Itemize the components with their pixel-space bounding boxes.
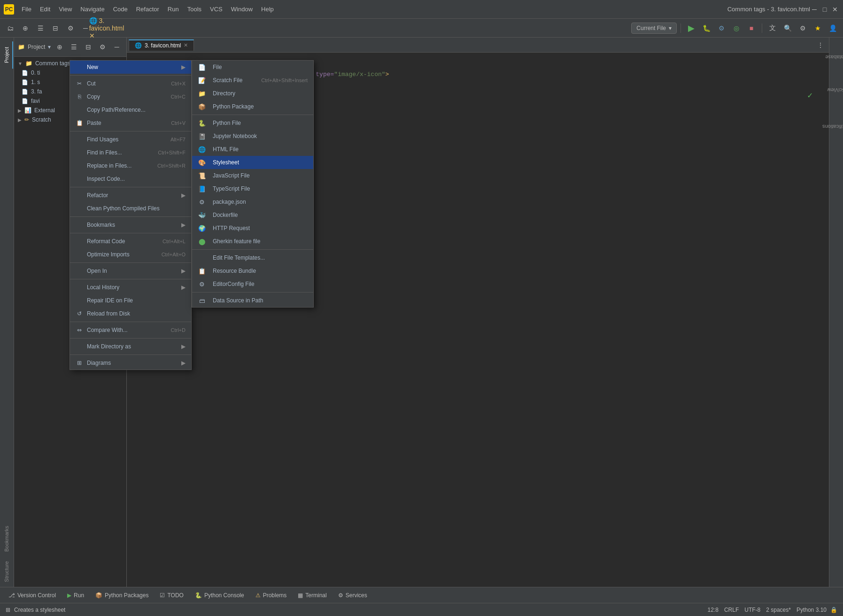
submenu-directory[interactable]: 📁 Directory xyxy=(192,87,313,100)
ctx-cut[interactable]: ✂ Cut Ctrl+X xyxy=(70,77,191,90)
ctx-paste[interactable]: 📋 Paste Ctrl+V xyxy=(70,116,191,130)
ctx-copy[interactable]: ⎘ Copy Ctrl+C xyxy=(70,90,191,103)
new-arrow-icon: ▶ xyxy=(181,64,186,70)
ctx-optimize[interactable]: Optimize Imports Ctrl+Alt+O xyxy=(70,248,191,261)
submenu-gherkin[interactable]: ⬤ Gherkin feature file xyxy=(192,235,313,248)
ctx-replace-files[interactable]: Replace in Files... Ctrl+Shift+R xyxy=(70,159,191,172)
submenu-python-package-label: Python Package xyxy=(213,103,254,110)
ctx-diagrams[interactable]: ⊞ Diagrams ▶ xyxy=(70,356,191,370)
inspect-icon xyxy=(76,175,83,183)
submenu-resource-bundle-label: Resource Bundle xyxy=(213,268,256,274)
submenu-editorconfig[interactable]: ⚙ EditorConfig File xyxy=(192,277,313,291)
ctx-refactor[interactable]: Refactor ▶ xyxy=(70,189,191,202)
history-icon xyxy=(76,284,83,291)
mark-icon xyxy=(76,343,83,350)
submenu-js[interactable]: 📜 JavaScript File xyxy=(192,169,313,182)
submenu-file[interactable]: 📄 File xyxy=(192,61,313,74)
ctx-bookmarks-label: Bookmarks xyxy=(87,222,178,228)
ctx-new[interactable]: New ▶ xyxy=(70,61,191,74)
ctx-clean-label: Clean Python Compiled Files xyxy=(87,205,186,212)
submenu-python-package[interactable]: 📦 Python Package xyxy=(192,100,313,113)
scratch-shortcut: Ctrl+Alt+Shift+Insert xyxy=(261,77,308,83)
ctx-paste-label: Paste xyxy=(87,120,167,126)
ctx-bookmarks[interactable]: Bookmarks ▶ xyxy=(70,218,191,231)
ctx-compare[interactable]: ⇔ Compare With... Ctrl+D xyxy=(70,323,191,337)
scratch-new-icon: 📝 xyxy=(198,76,206,85)
ctx-new-label: New xyxy=(87,64,178,70)
diagrams-icon: ⊞ xyxy=(76,359,83,367)
ctx-find-usages-label: Find Usages xyxy=(87,136,167,143)
replace-icon xyxy=(76,162,83,169)
ctx-clean-python[interactable]: Clean Python Compiled Files xyxy=(70,202,191,215)
html-new-icon: 🌐 xyxy=(198,145,206,154)
submenu-datasource-label: Data Source in Path xyxy=(213,297,263,304)
clean-icon xyxy=(76,205,83,212)
ctx-mark-dir[interactable]: Mark Directory as ▶ xyxy=(70,340,191,353)
ctx-find-usages[interactable]: Find Usages Alt+F7 xyxy=(70,133,191,146)
ctx-local-history[interactable]: Local History ▶ xyxy=(70,281,191,294)
ctx-copy-path[interactable]: Copy Path/Reference... xyxy=(70,103,191,116)
reload-icon: ↺ xyxy=(76,310,83,317)
ctx-inspect[interactable]: Inspect Code... xyxy=(70,172,191,185)
submenu-dockerfile-label: Dockerfile xyxy=(213,212,238,218)
find-usages-icon xyxy=(76,136,83,143)
copy-shortcut: Ctrl+C xyxy=(171,94,186,100)
ctx-find-files[interactable]: Find in Files... Ctrl+Shift+F xyxy=(70,146,191,159)
submenu-python-file-label: Python File xyxy=(213,120,241,126)
sub-sep-2 xyxy=(192,249,313,250)
submenu-package-json[interactable]: ⚙ package.json xyxy=(192,195,313,208)
ctx-sep-7 xyxy=(70,279,191,279)
find-files-icon xyxy=(76,149,83,156)
ctx-local-history-label: Local History xyxy=(87,284,178,291)
submenu-stylesheet-label: Stylesheet xyxy=(213,159,239,166)
editorconfig-icon: ⚙ xyxy=(198,280,206,288)
ctx-repair-ide[interactable]: Repair IDE on File xyxy=(70,294,191,307)
submenu-html-label: HTML File xyxy=(213,146,239,153)
new-icon xyxy=(76,63,83,71)
file-new-icon: 📄 xyxy=(198,63,206,71)
ctx-reformat-label: Reformat Code xyxy=(87,238,159,245)
submenu-resource-bundle[interactable]: 📋 Resource Bundle xyxy=(192,264,313,277)
ctx-sep-1 xyxy=(70,75,191,76)
submenu-scratch[interactable]: 📝 Scratch File Ctrl+Alt+Shift+Insert xyxy=(192,74,313,87)
refactor-arrow-icon: ▶ xyxy=(181,192,186,199)
css-new-icon: 🎨 xyxy=(198,158,206,167)
submenu-js-label: JavaScript File xyxy=(213,172,250,179)
ctx-sep-3 xyxy=(70,187,191,187)
ctx-sep-4 xyxy=(70,216,191,217)
submenu-new: 📄 File 📝 Scratch File Ctrl+Alt+Shift+Ins… xyxy=(192,60,314,308)
pkg-new-icon: 📦 xyxy=(198,102,206,111)
reformat-shortcut: Ctrl+Alt+L xyxy=(162,239,186,244)
submenu-directory-label: Directory xyxy=(213,90,235,97)
submenu-datasource[interactable]: 🗃 Data Source in Path xyxy=(192,294,313,307)
reformat-icon xyxy=(76,238,83,245)
open-in-arrow-icon: ▶ xyxy=(181,268,186,274)
ctx-inspect-label: Inspect Code... xyxy=(87,176,186,182)
ctx-mark-dir-label: Mark Directory as xyxy=(87,343,178,350)
edit-templates-icon xyxy=(198,254,206,262)
submenu-scratch-label: Scratch File xyxy=(213,77,242,84)
submenu-dockerfile[interactable]: 🐳 Dockerfile xyxy=(192,208,313,222)
packagejson-icon: ⚙ xyxy=(198,198,206,206)
submenu-ts[interactable]: 📘 TypeScript File xyxy=(192,182,313,195)
ctx-cut-label: Cut xyxy=(87,80,167,87)
ctx-reformat[interactable]: Reformat Code Ctrl+Alt+L xyxy=(70,235,191,248)
context-menu-overlay: New ▶ ✂ Cut Ctrl+X ⎘ Copy Ctrl+C Copy Pa… xyxy=(0,0,843,616)
submenu-html[interactable]: 🌐 HTML File xyxy=(192,143,313,156)
cut-icon: ✂ xyxy=(76,80,83,87)
http-icon: 🌍 xyxy=(198,224,206,232)
submenu-ts-label: TypeScript File xyxy=(213,185,250,192)
js-new-icon: 📜 xyxy=(198,171,206,180)
submenu-stylesheet[interactable]: 🎨 Stylesheet xyxy=(192,156,313,169)
ctx-refactor-label: Refactor xyxy=(87,192,178,199)
ctx-reload[interactable]: ↺ Reload from Disk xyxy=(70,307,191,320)
ctx-optimize-label: Optimize Imports xyxy=(87,251,158,258)
submenu-edit-templates[interactable]: Edit File Templates... xyxy=(192,251,313,264)
open-in-icon xyxy=(76,267,83,275)
submenu-python-file[interactable]: 🐍 Python File xyxy=(192,116,313,130)
submenu-jupyter[interactable]: 📓 Jupyter Notebook xyxy=(192,130,313,143)
submenu-jupyter-label: Jupyter Notebook xyxy=(213,133,257,139)
submenu-http-request[interactable]: 🌍 HTTP Request xyxy=(192,222,313,235)
optimize-icon xyxy=(76,251,83,258)
ctx-open-in[interactable]: Open In ▶ xyxy=(70,264,191,277)
